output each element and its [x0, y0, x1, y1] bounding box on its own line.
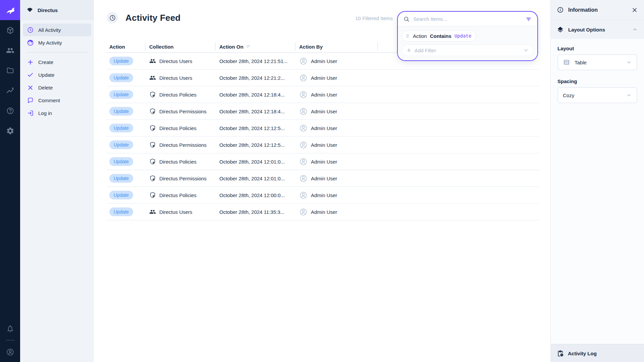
nav-sidebar: Directus All Activity My Activity Create… [20, 0, 94, 362]
action-on-label: October 28th, 2024 12:18:4... [215, 92, 295, 98]
add-filter-label: Add Filter [415, 48, 436, 53]
column-header-action-by[interactable]: Action By [295, 44, 377, 50]
chevron-down-icon [626, 92, 632, 98]
sidebar-item-create[interactable]: Create [23, 56, 91, 68]
action-badge: Update [109, 57, 133, 65]
table-body: Update Directus Users October 28th, 2024… [107, 53, 539, 221]
page-title: Activity Feed [125, 13, 180, 23]
filter-icon[interactable] [525, 16, 532, 22]
table-row[interactable]: Update Directus Policies October 28th, 2… [107, 187, 539, 204]
collection-icon [149, 141, 156, 148]
action-by-label: Admin User [311, 176, 337, 181]
action-on-label: October 28th, 2024 12:00:0... [215, 192, 295, 198]
insights-icon [6, 86, 14, 95]
layout-options-content: Layout Table Spacing Cozy [551, 39, 644, 344]
close-icon [27, 84, 34, 91]
folder-icon [6, 66, 14, 75]
collection-label: Directus Users [159, 75, 192, 81]
collection-label: Directus Permissions [159, 109, 207, 114]
module-users-button[interactable] [0, 40, 20, 60]
avatar-icon [299, 141, 308, 149]
search-input[interactable] [413, 16, 522, 22]
directus-logo[interactable] [0, 0, 20, 20]
sidebar-item-label: Delete [38, 85, 53, 90]
close-icon[interactable] [631, 7, 638, 13]
layout-label: Layout [557, 46, 637, 51]
collection-icon [149, 175, 156, 182]
avatar-icon [299, 74, 308, 82]
sidebar-item-comment[interactable]: Comment [23, 94, 91, 107]
action-badge: Update [109, 107, 133, 116]
project-header[interactable]: Directus [20, 0, 94, 20]
filter-value[interactable]: Update [454, 33, 472, 39]
bell-icon [6, 324, 14, 333]
add-filter-button[interactable]: Add Filter [402, 45, 533, 56]
layers-icon [557, 26, 564, 33]
action-on-label: October 28th, 2024 12:18:4... [215, 109, 295, 114]
column-label: Collection [149, 44, 174, 50]
chevron-up-icon [632, 26, 638, 33]
avatar-icon [299, 191, 308, 199]
filter-panel: Action Contains Update Add Filter [398, 26, 537, 60]
search-popup: Action Contains Update Add Filter [397, 11, 538, 61]
action-by-label: Admin User [311, 109, 337, 114]
activity-clock-icon [107, 12, 118, 23]
table-rows-icon [563, 59, 570, 66]
action-badge: Update [109, 157, 133, 166]
avatar-icon [299, 107, 308, 116]
sidebar-item-update[interactable]: Update [23, 68, 91, 81]
sidebar-divider [27, 52, 87, 53]
sidebar-item-my-activity[interactable]: My Activity [23, 36, 91, 49]
column-header-collection[interactable]: Collection [145, 44, 215, 50]
drag-handle-icon[interactable] [405, 34, 410, 38]
layout-field: Layout Table [557, 46, 637, 70]
table-row[interactable]: Update Directus Permissions October 28th… [107, 137, 539, 154]
table-row[interactable]: Update Directus Permissions October 28th… [107, 170, 539, 187]
column-label: Action On [219, 44, 244, 50]
filter-rule[interactable]: Action Contains Update [402, 30, 476, 42]
module-content-button[interactable] [0, 20, 20, 40]
layout-options-header[interactable]: Layout Options [551, 20, 644, 39]
column-header-action[interactable]: Action [107, 44, 145, 50]
module-settings-button[interactable] [0, 121, 20, 141]
action-on-label: October 28th, 2024 12:01:0... [215, 159, 295, 165]
notifications-button[interactable] [0, 318, 20, 339]
collection-label: Directus Users [159, 209, 192, 215]
sidebar-item-all-activity[interactable]: All Activity [23, 23, 91, 36]
action-on-label: October 28th, 2024 12:12:5... [215, 125, 295, 131]
search-bar [398, 12, 537, 26]
search-icon [403, 16, 410, 22]
table-row[interactable]: Update Directus Users October 28th, 2024… [107, 204, 539, 221]
activity-log-button[interactable]: Activity Log [551, 344, 644, 362]
collection-label: Directus Policies [159, 192, 197, 198]
sidebar-item-delete[interactable]: Delete [23, 81, 91, 94]
collection-label: Directus Policies [159, 92, 197, 98]
sidebar-item-login[interactable]: Log in [23, 107, 91, 119]
table-row[interactable]: Update Directus Policies October 28th, 2… [107, 120, 539, 137]
table-row[interactable]: Update Directus Policies October 28th, 2… [107, 86, 539, 103]
info-panel-header: Information [551, 0, 644, 20]
table-row[interactable]: Update Directus Users October 28th, 2024… [107, 70, 539, 86]
module-files-button[interactable] [0, 60, 20, 80]
column-header-action-on[interactable]: Action On [215, 44, 295, 50]
layout-select[interactable]: Table [557, 54, 637, 70]
avatar-icon [299, 174, 308, 183]
table-row[interactable]: Update Directus Permissions October 28th… [107, 103, 539, 120]
spacing-select[interactable]: Cozy [557, 87, 637, 103]
module-help-button[interactable] [0, 101, 20, 121]
chat-icon [27, 97, 34, 104]
account-button[interactable] [0, 342, 20, 362]
collection-icon [149, 192, 156, 198]
action-badge: Update [109, 90, 133, 99]
action-badge: Update [109, 207, 133, 216]
collection-icon [149, 158, 156, 165]
activity-log-label: Activity Log [568, 351, 597, 356]
table-row[interactable]: Update Directus Policies October 28th, 2… [107, 154, 539, 170]
module-insights-button[interactable] [0, 80, 20, 101]
activity-table: Action Collection Action On Action By Up… [107, 41, 539, 221]
filter-operator[interactable]: Contains [430, 33, 451, 39]
spacing-value: Cozy [563, 93, 622, 98]
action-badge: Update [109, 140, 133, 149]
sort-icon[interactable] [246, 44, 252, 49]
column-label: Action [109, 44, 125, 50]
